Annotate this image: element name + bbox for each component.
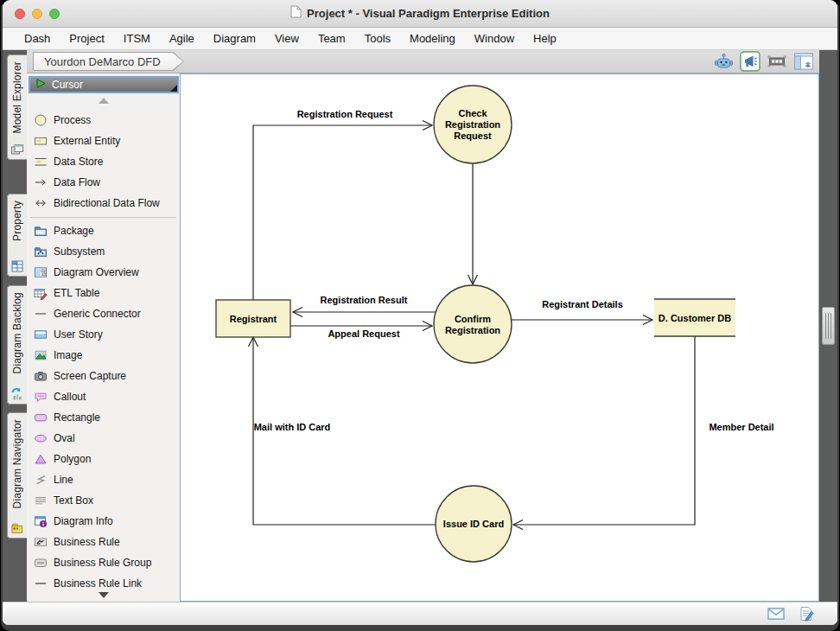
- palette-item-external-entity[interactable]: External Entity: [27, 131, 180, 151]
- palette-item-label: Generic Connector: [54, 308, 141, 320]
- toolbar-announcement-button[interactable]: [740, 51, 760, 72]
- menu-agile[interactable]: Agile: [160, 32, 204, 45]
- palette-item-label: Callout: [54, 391, 86, 403]
- palette-item-generic-connector[interactable]: Generic Connector: [27, 303, 180, 324]
- close-window-button[interactable]: [15, 9, 25, 19]
- palette-item-process[interactable]: Process: [27, 110, 180, 131]
- palette-item-label: User Story: [54, 328, 103, 341]
- toolbar-panel-layout-button[interactable]: [793, 51, 814, 72]
- flow-appeal-request[interactable]: Appeal Request: [290, 322, 432, 340]
- toolbar-ai-assistant-button[interactable]: [713, 51, 734, 72]
- menu-project[interactable]: Project: [60, 32, 113, 45]
- generic-connector-icon: [34, 307, 48, 321]
- menu-modeling[interactable]: Modeling: [400, 32, 465, 45]
- rectangle-icon: [34, 411, 48, 424]
- palette-item-label: Business Rule Link: [54, 577, 142, 590]
- cursor-dropdown-corner: [170, 85, 177, 92]
- diagram-navigator-icon: [10, 521, 24, 535]
- palette-item-label: Data Flow: [54, 176, 100, 188]
- node-label-d-customer-db: D. Customer DB: [659, 313, 731, 323]
- palette-scroll-up[interactable]: [27, 93, 180, 108]
- right-panel-strip: [819, 50, 837, 602]
- sidebar-tab-label: Diagram Navigator: [11, 419, 23, 508]
- palette-item-oval[interactable]: Oval: [27, 428, 180, 449]
- diagram-canvas[interactable]: Registration RequestRegistration ResultA…: [180, 73, 819, 602]
- sidebar-tab-label: Property: [11, 201, 23, 241]
- sidebar-tab-diagram-navigator[interactable]: Diagram Navigator: [7, 412, 27, 539]
- palette-item-package[interactable]: Package: [27, 220, 180, 241]
- sidebar-tab-label: Diagram Backlog: [11, 292, 23, 373]
- flow-check-to-confirm[interactable]: [468, 163, 478, 284]
- palette-item-etl-table[interactable]: ETL Table: [27, 283, 180, 303]
- flow-mail-with-id-card[interactable]: Mail with ID Card: [249, 337, 436, 525]
- node-confirm-registration[interactable]: ConfirmRegistration: [434, 285, 512, 363]
- palette-item-screen-capture[interactable]: Screen Capture: [27, 366, 180, 386]
- toolbar-filmstrip-capture-button[interactable]: [767, 51, 787, 72]
- node-issue-id-card[interactable]: Issue ID Card: [436, 486, 512, 562]
- palette-item-business-rule[interactable]: Business Rule: [27, 532, 180, 552]
- cursor-icon: [35, 78, 47, 92]
- menu-bar: DashProjectITSMAgileDiagramViewTeamTools…: [3, 28, 837, 50]
- sidebar-tab-property[interactable]: Property: [7, 194, 27, 277]
- node-d-customer-db[interactable]: D. Customer DB: [654, 299, 735, 336]
- bidirectional-data-flow-icon: [34, 196, 48, 210]
- palette-item-subsystem[interactable]: Subsystem: [27, 241, 180, 262]
- menu-team[interactable]: Team: [309, 32, 355, 45]
- palette-item-business-rule-group[interactable]: Business Rule Group: [27, 552, 180, 573]
- breadcrumb-bar: Yourdon DeMarco DFD: [27, 50, 819, 73]
- window-title: Project * - Visual Paradigm Enterprise E…: [307, 7, 550, 20]
- palette-item-image[interactable]: Image: [27, 345, 180, 366]
- palette-item-text-box[interactable]: Text Box: [27, 490, 180, 511]
- flow-registration-request[interactable]: Registration Request: [253, 109, 432, 300]
- palette-item-bidirectional-data-flow[interactable]: Bidirectional Data Flow: [27, 193, 180, 214]
- palette-item-user-story[interactable]: User Story: [27, 324, 180, 345]
- node-check-registration-request[interactable]: CheckRegistrationRequest: [434, 86, 512, 163]
- menu-view[interactable]: View: [265, 32, 309, 45]
- flow-label-registrant-details: Registrant Details: [542, 299, 623, 309]
- flow-label-mail-with-id-card: Mail with ID Card: [254, 422, 331, 432]
- palette-item-line[interactable]: Line: [27, 469, 180, 490]
- line-icon: [34, 473, 48, 487]
- menu-diagram[interactable]: Diagram: [204, 32, 265, 45]
- sidebar-tab-model-explorer[interactable]: Model Explorer: [7, 54, 27, 160]
- palette-item-polygon[interactable]: Polygon: [27, 449, 180, 469]
- image-icon: [34, 348, 48, 362]
- palette-item-data-store[interactable]: Data Store: [27, 151, 180, 172]
- flow-registrant-details[interactable]: Registrant Details: [512, 299, 652, 325]
- palette-item-diagram-overview[interactable]: Diagram Overview: [27, 262, 180, 283]
- flow-member-detail[interactable]: Member Detail: [513, 336, 774, 530]
- palette-item-rectangle[interactable]: Rectangle: [27, 407, 180, 428]
- etl-table-icon: [34, 286, 48, 300]
- subsystem-icon: [34, 245, 48, 258]
- palette-item-business-rule-link[interactable]: Business Rule Link: [27, 573, 180, 590]
- palette-scroll-down[interactable]: [27, 590, 180, 600]
- zoom-window-button[interactable]: [49, 9, 60, 19]
- scroll-up-icon: [99, 98, 109, 104]
- menu-itsm[interactable]: ITSM: [114, 32, 160, 45]
- flow-label-registration-request: Registration Request: [297, 109, 393, 119]
- data-flow-icon: [34, 175, 48, 189]
- node-registrant[interactable]: Registrant: [216, 300, 290, 337]
- flow-registration-result[interactable]: Registration Result: [293, 295, 436, 317]
- minimize-window-button[interactable]: [32, 9, 42, 19]
- statusbar-mail-icon[interactable]: [767, 607, 785, 621]
- data-store-icon: [34, 155, 48, 169]
- menu-dash[interactable]: Dash: [15, 32, 60, 45]
- palette-item-label: Subsystem: [54, 245, 105, 258]
- palette-item-label: Process: [54, 114, 91, 126]
- palette-item-label: Business Rule: [54, 536, 120, 548]
- menu-tools[interactable]: Tools: [355, 32, 400, 45]
- palette-item-label: Oval: [54, 432, 75, 444]
- palette-item-diagram-info[interactable]: Diagram Info: [27, 511, 180, 532]
- palette-item-data-flow[interactable]: Data Flow: [27, 172, 180, 193]
- menu-help[interactable]: Help: [524, 32, 566, 45]
- splitter-grip[interactable]: [822, 307, 835, 345]
- tool-cursor[interactable]: Cursor: [29, 76, 179, 93]
- statusbar-edit-document-icon[interactable]: [798, 607, 815, 621]
- menu-window[interactable]: Window: [465, 32, 524, 45]
- node-label-registrant: Registrant: [230, 314, 277, 324]
- flow-label-member-detail: Member Detail: [709, 422, 773, 432]
- sidebar-tab-diagram-backlog[interactable]: Diagram Backlog: [7, 285, 27, 405]
- breadcrumb-diagram-tab[interactable]: Yourdon DeMarco DFD: [33, 52, 184, 71]
- palette-item-callout[interactable]: Callout: [27, 386, 180, 407]
